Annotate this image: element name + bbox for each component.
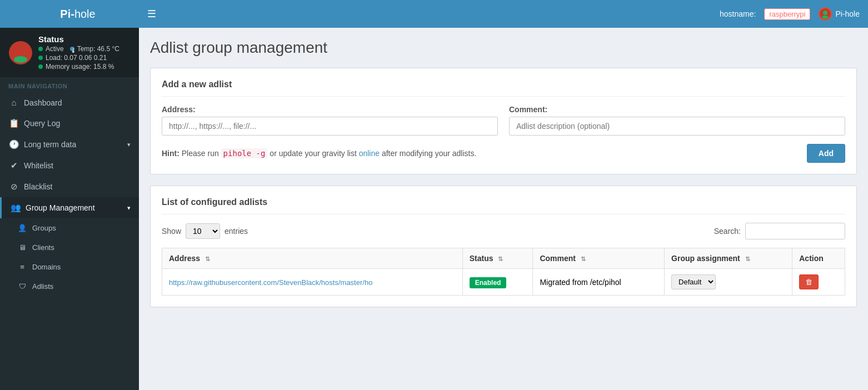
main-content: Adlist group management Add a new adlist… [139, 28, 868, 390]
load-dot [38, 56, 43, 60]
sidebar-item-longterm[interactable]: 🕐 Long term data ▾ [0, 134, 139, 155]
sidebar-item-whitelist[interactable]: ✔ Whitelist [0, 155, 139, 176]
search-label: Search: [714, 227, 741, 236]
row-status-cell: Enabled [462, 269, 533, 296]
col-status-label: Status [470, 254, 493, 263]
col-address[interactable]: Address ⇅ [162, 248, 463, 269]
adlist-table-card: List of configured adlists Show 10 25 50… [150, 186, 857, 307]
group-icon: 👥 [10, 203, 21, 213]
active-label: Active [46, 45, 64, 53]
sidebar-item-groupmgmt[interactable]: 👥 Group Management ▾ [0, 197, 139, 218]
add-button[interactable]: Add [807, 144, 845, 163]
hint-text: Hint: Please run pihole -g or update you… [162, 149, 476, 158]
domain-icon: ≡ [17, 263, 28, 271]
show-entries-select[interactable]: 10 25 50 100 [186, 223, 220, 239]
sidebar-item-label: Dashboard [24, 98, 131, 107]
sidebar-item-domains[interactable]: ≡ Domains [0, 257, 139, 277]
svg-point-5 [14, 56, 27, 63]
memory-line: Memory usage: 15.8 % [38, 63, 119, 71]
col-address-label: Address [169, 254, 200, 263]
nav-section-label: MAIN NAVIGATION [0, 77, 139, 92]
sidebar-item-label: Domains [32, 263, 131, 271]
col-action: Action [792, 248, 845, 269]
sidebar-item-querylog[interactable]: 📋 Query Log [0, 113, 139, 134]
pihole-logo-svg [819, 8, 831, 20]
sidebar-item-adlists[interactable]: 🛡 Adlists [0, 277, 139, 296]
brand-logo: Pi-hole [8, 8, 147, 21]
status-block: Status Active 🌡 Temp: 46.5 °C Load: 0.07… [0, 28, 139, 77]
form-row-address-comment: Address: Comment: [162, 105, 845, 136]
search-input[interactable] [745, 223, 845, 239]
hint-row: Hint: Please run pihole -g or update you… [162, 144, 845, 163]
adlist-table: Address ⇅ Status ⇅ Comment ⇅ Group ass [162, 248, 845, 296]
sidebar-toggle-button[interactable]: ☰ [147, 8, 156, 20]
table-section-title: List of configured adlists [162, 197, 845, 214]
svg-point-2 [822, 16, 829, 19]
row-group-select[interactable]: Default [671, 274, 716, 289]
users-icon: 👤 [17, 224, 28, 232]
adlist-table-body: List of configured adlists Show 10 25 50… [151, 186, 856, 307]
comment-group: Comment: [509, 105, 845, 136]
hint-middle: or update your gravity list [270, 149, 358, 158]
entries-label: entries [225, 227, 248, 236]
row-status-badge: Enabled [470, 277, 507, 288]
list-icon: 📋 [8, 118, 19, 128]
sidebar-item-clients[interactable]: 🖥 Clients [0, 238, 139, 257]
show-entries-control: Show 10 25 50 100 entries [162, 223, 248, 239]
add-adlist-body: Add a new adlist Address: Comment: Hint:… [151, 68, 856, 174]
page-title: Adlist group management [150, 39, 857, 57]
address-input[interactable] [162, 117, 498, 136]
row-comment-cell: Migrated from /etc/pihol [533, 269, 665, 296]
col-status[interactable]: Status ⇅ [462, 248, 533, 269]
sidebar: Status Active 🌡 Temp: 46.5 °C Load: 0.07… [0, 28, 139, 390]
memory-dot [38, 64, 43, 69]
row-comment-text: Migrated from /etc/pihol [540, 278, 621, 287]
col-group-assignment[interactable]: Group assignment ⇅ [665, 248, 792, 269]
sidebar-item-blacklist[interactable]: ⊘ Blacklist [0, 176, 139, 197]
top-navbar: Pi-hole ☰ hostname: raspberrypi Pi-hole [0, 0, 868, 28]
col-comment-label: Comment [540, 254, 576, 263]
sort-icon-group: ⇅ [745, 256, 750, 262]
load-line: Load: 0.07 0.06 0.21 [38, 54, 119, 62]
pihole-icon [819, 7, 832, 21]
hint-prefix-text: Please run [182, 149, 221, 158]
sidebar-item-label: Query Log [24, 119, 131, 128]
add-section-title: Add a new adlist [162, 79, 845, 97]
address-label: Address: [162, 105, 498, 114]
col-comment[interactable]: Comment ⇅ [533, 248, 665, 269]
chevron-down-icon: ▾ [127, 141, 131, 148]
active-dot [38, 47, 43, 51]
status-text-block: Status Active 🌡 Temp: 46.5 °C Load: 0.07… [38, 34, 119, 71]
pihole-brand: Pi-hole [819, 7, 860, 21]
sidebar-item-label: Long term data [24, 140, 127, 149]
pihole-label: Pi-hole [835, 9, 860, 18]
sort-icon-status: ⇅ [498, 256, 503, 262]
chevron-down-icon: ▾ [127, 204, 131, 212]
row-action-cell: 🗑 [792, 269, 845, 296]
sidebar-item-label: Groups [32, 224, 131, 232]
avatar-svg [8, 41, 33, 65]
row-group-cell: Default [665, 269, 792, 296]
show-label: Show [162, 227, 181, 236]
sidebar-item-label: Group Management [26, 203, 127, 212]
pihole-avatar [8, 41, 33, 65]
check-icon: ✔ [8, 161, 19, 171]
hostname-value: raspberrypi [764, 8, 810, 20]
col-group-label: Group assignment [671, 254, 740, 263]
comment-input[interactable] [509, 117, 845, 136]
ban-icon: ⊘ [8, 182, 19, 192]
sort-icon-address: ⇅ [205, 256, 210, 262]
sort-icon-comment: ⇅ [581, 256, 586, 262]
temp-label: Temp: 46.5 °C [77, 45, 119, 53]
hint-cmd: pihole -g [221, 148, 268, 158]
navbar-right: hostname: raspberrypi Pi-hole [720, 7, 860, 21]
hint-link[interactable]: online [359, 149, 380, 158]
row-address-link[interactable]: https://raw.githubusercontent.com/Steven… [169, 278, 372, 287]
sidebar-item-dashboard[interactable]: ⌂ Dashboard [0, 92, 139, 113]
shield-icon: 🛡 [17, 282, 28, 291]
status-title: Status [38, 34, 119, 44]
hint-suffix: after modifying your adlists. [382, 149, 476, 158]
sidebar-item-groups[interactable]: 👤 Groups [0, 218, 139, 238]
sidebar-item-label: Blacklist [24, 182, 131, 191]
row-delete-button[interactable]: 🗑 [799, 274, 819, 289]
